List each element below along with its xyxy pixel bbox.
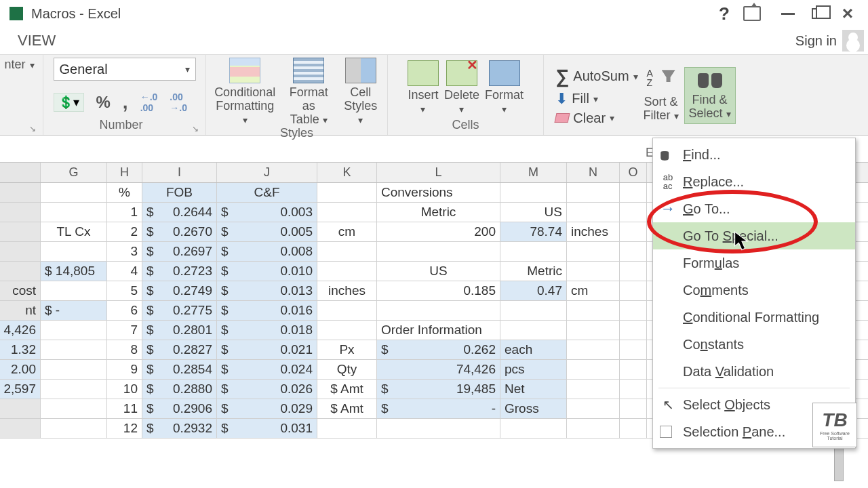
restore-button[interactable] <box>803 3 833 24</box>
cell[interactable] <box>0 262 41 281</box>
vertical-scrollbar[interactable] <box>834 443 844 481</box>
cell[interactable]: 7 <box>107 321 142 340</box>
tab-view[interactable]: VIEW <box>11 29 62 52</box>
cell[interactable]: $0.2749 <box>142 281 217 300</box>
cell[interactable] <box>0 242 41 261</box>
cell[interactable]: 0.185 <box>377 281 500 300</box>
cell[interactable] <box>41 340 107 359</box>
cell[interactable]: 10 <box>107 380 142 399</box>
menu-goto[interactable]: → Go To... <box>653 195 855 222</box>
cell[interactable] <box>500 321 567 340</box>
cell[interactable] <box>567 183 620 202</box>
cell[interactable]: 2,597 <box>0 380 41 399</box>
menu-goto-special[interactable]: Go To Special... <box>653 222 855 249</box>
menu-constants[interactable]: Constants <box>653 331 855 358</box>
cell[interactable] <box>41 203 107 222</box>
cell[interactable]: $ 14,805 <box>41 262 107 281</box>
cell[interactable]: 9 <box>107 360 142 379</box>
cell[interactable] <box>620 262 647 281</box>
cell[interactable] <box>620 399 647 418</box>
comma-style-button[interactable]: , <box>123 92 128 113</box>
menu-conditional-formatting[interactable]: Conditional Formatting <box>653 304 855 331</box>
format-cells-button[interactable]: Format▾ <box>485 60 524 116</box>
dialog-launcher-icon[interactable]: ↘ <box>29 124 36 134</box>
cell[interactable] <box>567 340 620 359</box>
cell[interactable] <box>500 242 567 261</box>
cell[interactable]: Gross <box>500 399 567 418</box>
cell[interactable]: cost <box>0 281 41 300</box>
cell[interactable]: each <box>500 340 567 359</box>
minimize-button[interactable] <box>773 3 803 24</box>
sort-filter-button[interactable]: Sort & Filter ▾ <box>644 68 679 123</box>
cell[interactable] <box>500 183 567 202</box>
cell[interactable] <box>41 380 107 399</box>
cell[interactable] <box>620 281 647 300</box>
cell[interactable] <box>41 419 107 438</box>
help-button[interactable]: ? <box>713 3 743 24</box>
cell[interactable] <box>317 301 377 320</box>
dialog-launcher-icon[interactable]: ↘ <box>192 124 199 134</box>
cell[interactable]: 0.47 <box>500 281 567 300</box>
cell[interactable]: TL Cx <box>41 222 107 241</box>
menu-find[interactable]: Find... <box>653 141 855 168</box>
cell[interactable]: cm <box>317 222 377 241</box>
cell[interactable] <box>500 419 567 438</box>
cell[interactable] <box>0 183 41 202</box>
cell[interactable] <box>567 301 620 320</box>
cell[interactable]: 200 <box>377 222 500 241</box>
cell[interactable] <box>567 419 620 438</box>
cell[interactable]: Px <box>317 340 377 359</box>
cell[interactable] <box>41 281 107 300</box>
format-as-table-button[interactable]: Format as Table ▾ <box>282 58 335 126</box>
cell[interactable] <box>0 222 41 241</box>
cell[interactable]: $0.2906 <box>142 399 217 418</box>
cell[interactable]: $0.031 <box>217 419 317 438</box>
cell[interactable]: $0.016 <box>217 301 317 320</box>
cell[interactable] <box>567 380 620 399</box>
cell[interactable] <box>317 321 377 340</box>
cell[interactable]: $0.2801 <box>142 321 217 340</box>
cell[interactable]: $0.262 <box>377 340 500 359</box>
cell[interactable] <box>41 242 107 261</box>
cell[interactable]: $ - <box>41 301 107 320</box>
cell[interactable] <box>0 399 41 418</box>
cell[interactable]: 1.32 <box>0 340 41 359</box>
cell[interactable]: cm <box>567 281 620 300</box>
cell[interactable]: 2 <box>107 222 142 241</box>
cell[interactable]: 4 <box>107 262 142 281</box>
cell[interactable]: $0.2880 <box>142 380 217 399</box>
cell[interactable]: 2.00 <box>0 360 41 379</box>
cell[interactable]: % <box>107 183 142 202</box>
cell[interactable]: Net <box>500 380 567 399</box>
cell[interactable] <box>620 360 647 379</box>
cell[interactable]: $19,485 <box>377 380 500 399</box>
col-stub[interactable] <box>0 163 41 182</box>
cell[interactable]: inches <box>567 222 620 241</box>
cell[interactable]: $0.026 <box>217 380 317 399</box>
cell[interactable] <box>620 222 647 241</box>
cell[interactable] <box>567 360 620 379</box>
cell[interactable]: 74,426 <box>377 360 500 379</box>
ribbon-display-options[interactable] <box>743 3 773 24</box>
cell[interactable]: Order Information <box>377 321 500 340</box>
cell[interactable]: $0.029 <box>217 399 317 418</box>
col-header-G[interactable]: G <box>41 163 107 182</box>
cell[interactable]: $0.003 <box>217 203 317 222</box>
cell[interactable]: $0.2775 <box>142 301 217 320</box>
cell[interactable]: 8 <box>107 340 142 359</box>
cell[interactable] <box>567 321 620 340</box>
cell[interactable]: $0.2670 <box>142 222 217 241</box>
cell[interactable] <box>620 419 647 438</box>
decrease-decimal-button[interactable]: .00→.0 <box>170 92 187 113</box>
cell[interactable]: US <box>377 262 500 281</box>
cell[interactable]: 4,426 <box>0 321 41 340</box>
cell[interactable]: $0.008 <box>217 242 317 261</box>
cell[interactable]: $0.2644 <box>142 203 217 222</box>
cell[interactable]: $0.2854 <box>142 360 217 379</box>
cell[interactable]: Metric <box>377 203 500 222</box>
cell[interactable] <box>41 183 107 202</box>
cell[interactable]: Metric <box>500 262 567 281</box>
col-header-O[interactable]: O <box>620 163 647 182</box>
cell[interactable] <box>377 301 500 320</box>
cell[interactable] <box>41 360 107 379</box>
